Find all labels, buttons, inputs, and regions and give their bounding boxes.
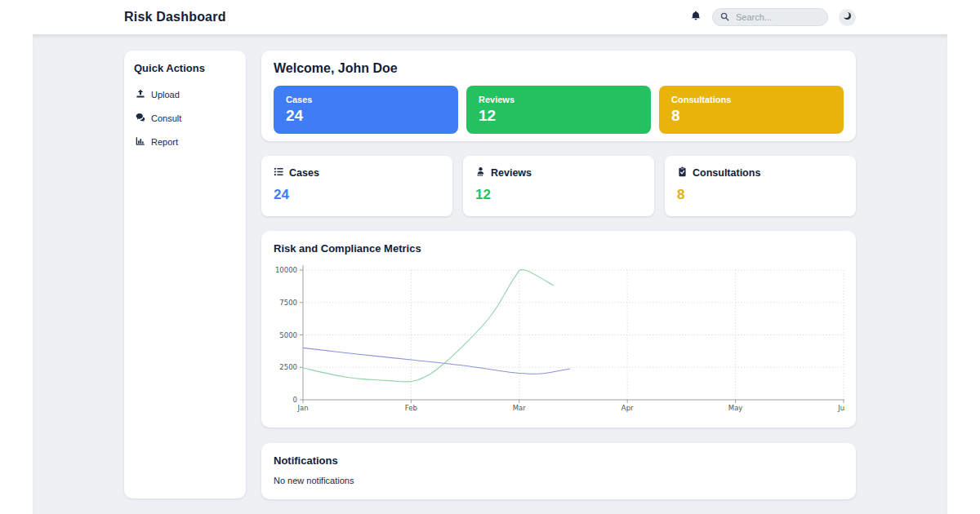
notifications-bell-button[interactable] bbox=[690, 10, 702, 24]
sidebar-item-label: Upload bbox=[151, 90, 180, 100]
notifications-title: Notifications bbox=[274, 454, 844, 467]
kpi-tile-label: Reviews bbox=[479, 95, 639, 104]
bell-icon bbox=[690, 10, 702, 24]
sidebar-item-label: Consult bbox=[151, 113, 181, 123]
svg-text:5000: 5000 bbox=[279, 331, 297, 339]
svg-text:Jun: Jun bbox=[837, 404, 845, 412]
app-header: Risk Dashboard bbox=[0, 0, 980, 34]
upload-icon bbox=[136, 89, 145, 100]
notifications-empty-text: No new notifications bbox=[274, 476, 844, 485]
svg-text:10000: 10000 bbox=[275, 266, 297, 274]
sidebar-item-report[interactable]: Report bbox=[136, 136, 236, 148]
list-icon bbox=[274, 166, 284, 179]
svg-text:May: May bbox=[728, 404, 743, 412]
stat-card-consultations: Consultations 8 bbox=[665, 156, 856, 216]
stat-value: 8 bbox=[677, 187, 844, 203]
kpi-tile-value: 12 bbox=[479, 108, 639, 123]
risk-compliance-line-chart: 025005000750010000JanFebMarAprMayJun bbox=[274, 261, 845, 414]
bar-chart-icon bbox=[136, 136, 145, 148]
stat-label: Cases bbox=[289, 167, 319, 179]
search-icon bbox=[720, 10, 729, 24]
svg-text:0: 0 bbox=[293, 396, 297, 404]
user-icon bbox=[475, 166, 486, 179]
svg-text:Jan: Jan bbox=[296, 404, 308, 412]
stat-label: Consultations bbox=[693, 167, 760, 179]
kpi-tile-consultations: Consultations 8 bbox=[659, 86, 844, 134]
kpi-tile-reviews: Reviews 12 bbox=[466, 86, 651, 134]
kpi-tile-label: Cases bbox=[286, 95, 446, 104]
quick-actions-panel: Quick Actions Upload Consult Report bbox=[124, 51, 246, 498]
svg-text:Apr: Apr bbox=[621, 404, 634, 412]
stat-label: Reviews bbox=[491, 167, 532, 179]
sidebar-item-upload[interactable]: Upload bbox=[136, 89, 236, 100]
notifications-card: Notifications No new notifications bbox=[261, 443, 856, 499]
kpi-tile-value: 24 bbox=[286, 108, 446, 123]
kpi-tile-value: 8 bbox=[671, 108, 831, 123]
sidebar-item-consult[interactable]: Consult bbox=[136, 113, 236, 124]
chart-title: Risk and Compliance Metrics bbox=[274, 242, 844, 255]
stats-row: Cases 24 Reviews 12 Consultations 8 bbox=[261, 156, 856, 216]
kpi-tiles: Cases 24 Reviews 12 Consultations 8 bbox=[274, 86, 844, 134]
stat-value: 24 bbox=[274, 187, 440, 203]
welcome-heading: Welcome, John Doe bbox=[274, 61, 844, 76]
stat-value: 12 bbox=[475, 187, 642, 203]
header-actions bbox=[690, 0, 856, 34]
clipboard-check-icon bbox=[677, 166, 688, 179]
search-input[interactable] bbox=[734, 11, 820, 23]
page-title: Risk Dashboard bbox=[124, 10, 226, 24]
svg-text:Mar: Mar bbox=[513, 404, 527, 412]
search-box bbox=[712, 8, 828, 26]
moon-icon bbox=[842, 11, 853, 24]
kpi-tile-cases: Cases 24 bbox=[274, 86, 458, 134]
welcome-card: Welcome, John Doe Cases 24 Reviews 12 Co… bbox=[261, 51, 856, 141]
svg-text:2500: 2500 bbox=[279, 363, 297, 371]
stat-card-reviews: Reviews 12 bbox=[463, 156, 654, 216]
metrics-chart-card: Risk and Compliance Metrics 025005000750… bbox=[261, 231, 856, 428]
sidebar-item-label: Report bbox=[151, 137, 178, 147]
svg-text:Feb: Feb bbox=[405, 404, 417, 412]
dashboard-content: Quick Actions Upload Consult Report Welc… bbox=[33, 34, 947, 514]
kpi-tile-label: Consultations bbox=[671, 95, 831, 104]
dark-mode-toggle[interactable] bbox=[839, 9, 856, 26]
comments-icon bbox=[136, 113, 145, 124]
stat-card-cases: Cases 24 bbox=[261, 156, 452, 216]
svg-text:7500: 7500 bbox=[279, 299, 297, 307]
quick-actions-title: Quick Actions bbox=[134, 62, 236, 74]
